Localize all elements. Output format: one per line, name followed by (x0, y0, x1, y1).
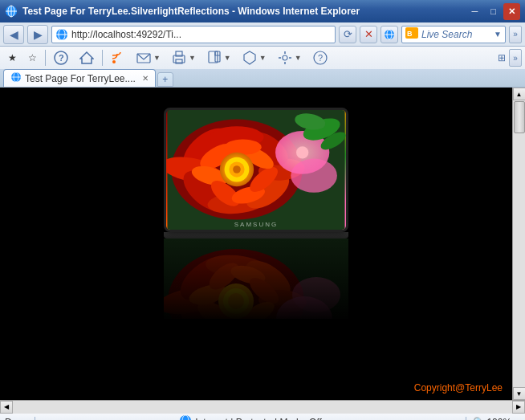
vertical-scrollbar: ▲ ▼ (512, 88, 525, 400)
svg-marker-14 (80, 52, 93, 63)
page-icon (55, 28, 68, 41)
svg-text:?: ? (318, 53, 323, 63)
tab-favicon (10, 71, 22, 85)
rss-tool-button[interactable] (106, 48, 130, 67)
forward-button[interactable]: ▶ (27, 25, 48, 44)
status-bar: Done Internet | Protected Mode: Off 🔍 10… (0, 413, 525, 420)
page-tool-button[interactable]: ▼ (202, 48, 236, 67)
new-tab-button[interactable]: + (157, 72, 173, 87)
svg-marker-22 (244, 51, 255, 64)
svg-point-57 (296, 146, 308, 158)
svg-point-15 (112, 60, 116, 63)
refresh-button[interactable]: ⟳ (339, 26, 356, 43)
svg-point-83 (180, 415, 191, 420)
toolbar-separator-1 (45, 50, 46, 66)
scroll-up-button[interactable]: ▲ (513, 88, 526, 100)
help2-tool-button[interactable]: ? (308, 48, 332, 67)
minimize-button[interactable]: ─ (466, 3, 483, 20)
ie-window-icon (5, 5, 18, 18)
scroll-left-button[interactable]: ◀ (0, 401, 13, 414)
help-tool-button[interactable]: ? (49, 48, 73, 67)
maximize-button[interactable]: □ (485, 3, 502, 20)
monitor-stand (164, 232, 348, 239)
svg-text:?: ? (59, 53, 64, 63)
active-tab[interactable]: Test Page For TerryLee.... ✕ (3, 69, 156, 87)
svg-point-23 (283, 55, 287, 60)
home-tool-button[interactable] (75, 48, 99, 67)
monitor-brand: SAMSUNG (234, 221, 278, 228)
search-dropdown-icon[interactable]: ▼ (494, 30, 502, 39)
svg-point-56 (291, 159, 337, 193)
scroll-down-button[interactable]: ▼ (513, 387, 526, 400)
bing-icon: B (405, 27, 418, 41)
zoom-level: 100% (486, 417, 511, 421)
toolbar-extra-button[interactable]: » (509, 26, 522, 43)
tab-bar: Test Page For TerryLee.... ✕ + (0, 69, 525, 87)
monitor-screen: SAMSUNG (166, 110, 346, 230)
tab-label: Test Page For TerryLee.... (25, 73, 136, 84)
url-text: http://localhost:49292/Ti... (71, 29, 332, 40)
copyright-text: Copyright@TerryLee (414, 382, 503, 393)
monitor: SAMSUNG (164, 108, 348, 232)
svg-point-54 (233, 165, 241, 173)
svg-text:⊞: ⊞ (498, 52, 506, 63)
search-box[interactable]: B Live Search ▼ (401, 26, 506, 43)
main-toolbar: ★ ☆ ? ▼ (0, 47, 525, 88)
title-bar: Test Page For TerryLee.SilverlightReflec… (0, 0, 525, 22)
browser-frame: SAMSUNG (0, 88, 525, 400)
monitor-container: SAMSUNG (164, 108, 348, 319)
scroll-thumb[interactable] (514, 101, 525, 133)
toolbar-separator-2 (102, 50, 103, 66)
safety-tool-button[interactable]: ▼ (238, 48, 271, 67)
add-favorites-button[interactable]: ☆ (23, 48, 42, 67)
favorites-star-button[interactable]: ★ (3, 48, 22, 67)
window-controls: ─ □ ✕ (466, 3, 520, 20)
scroll-right-button[interactable]: ▶ (512, 401, 525, 414)
close-button[interactable]: ✕ (503, 3, 520, 20)
scroll-track[interactable] (513, 100, 526, 387)
flower-svg (166, 110, 346, 230)
svg-text:B: B (407, 30, 413, 38)
tools-tool-button[interactable]: ▼ (273, 48, 307, 67)
back-button[interactable]: ◀ (3, 25, 24, 44)
status-separator-2 (466, 417, 466, 421)
search-placeholder: Live Search (421, 29, 490, 40)
print-tool-button[interactable]: ▼ (167, 48, 201, 67)
horizontal-scrollbar: ◀ ▶ (0, 400, 525, 413)
zoom-icon: 🔍 (473, 417, 485, 421)
mail-tool-button[interactable]: ▼ (132, 48, 165, 67)
zoom-control[interactable]: 🔍 100% ▼ (473, 417, 520, 421)
status-text: Done (5, 417, 28, 421)
reflection-fade (164, 239, 348, 319)
status-separator-1 (35, 417, 35, 421)
ie-logo-btn[interactable] (381, 26, 398, 43)
status-zone: Internet | Protected Mode: Off (42, 414, 460, 420)
svg-rect-20 (209, 51, 218, 63)
address-bar: ◀ ▶ http://localhost:49292/Ti... ⟳ ✕ B (0, 22, 525, 47)
content-area: SAMSUNG (0, 88, 512, 400)
tab-close-button[interactable]: ✕ (142, 74, 149, 83)
window-title: Test Page For TerryLee.SilverlightReflec… (22, 6, 466, 17)
toolbar-end-btn[interactable]: ⊞ (496, 50, 507, 67)
zone-text: Internet | Protected Mode: Off (195, 417, 322, 421)
monitor-reflection (164, 239, 348, 319)
address-box[interactable]: http://localhost:49292/Ti... (51, 26, 336, 43)
stop-button[interactable]: ✕ (360, 26, 377, 43)
internet-zone-icon (179, 414, 192, 420)
toolbar-overflow-button[interactable]: » (509, 49, 522, 67)
h-scroll-track[interactable] (13, 401, 512, 414)
svg-point-50 (225, 140, 262, 155)
